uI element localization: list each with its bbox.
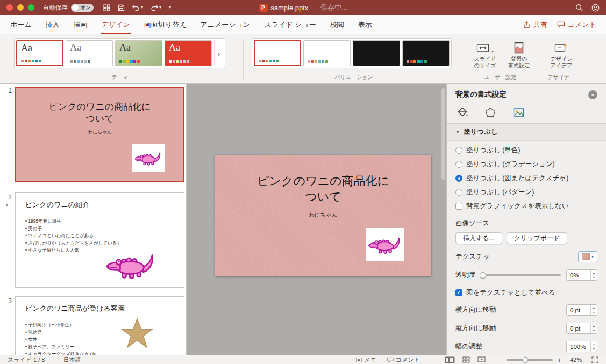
variant-thumbnail-3[interactable] — [353, 40, 400, 66]
comments-toggle-button[interactable]: コメント — [387, 356, 420, 364]
slide-3-thumbnail[interactable]: ピンクのワニ商品が受ける客層 子供向け（〜小学生） 乳幼児 女性 親子ペア、ファ… — [15, 296, 184, 355]
fullscreen-window-button[interactable] — [28, 4, 34, 11]
variant-thumbnail-4[interactable] — [402, 40, 450, 66]
tab-view[interactable]: 表示 — [351, 15, 379, 34]
theme-thumbnail-2[interactable]: Aa — [66, 40, 113, 66]
hide-background-graphics-checkbox[interactable]: 背景グラフィックスを表示しない — [455, 202, 597, 211]
spinner-down-icon[interactable]: ▼ — [591, 275, 597, 281]
insert-picture-button[interactable]: 挿入する... — [455, 232, 502, 244]
app-grid-icon[interactable] — [103, 4, 110, 11]
slideshow-view-button[interactable] — [477, 356, 486, 363]
chevron-down-icon[interactable]: ▾ — [159, 5, 161, 10]
fill-option-solid[interactable]: 塗りつぶし (単色) — [455, 146, 597, 155]
variant-palette — [308, 60, 328, 63]
chevron-down-icon[interactable]: ▾ — [141, 5, 143, 10]
clipboard-button[interactable]: クリップボード — [507, 232, 568, 244]
search-icon[interactable] — [575, 4, 583, 11]
tab-animations[interactable]: アニメーション — [193, 15, 257, 34]
slide-2-thumbnail[interactable]: ピンクのワニの紹介 1995年春に誕生 男の子 ツチノコといわれたことがある さ… — [15, 192, 184, 288]
more-themes-button[interactable]: › — [214, 40, 223, 66]
slide-3-bullets: 子供向け（〜小学生） 乳幼児 女性 親子ペア、ファミリー キャラクターグッズ好き… — [25, 322, 96, 355]
normal-view-button[interactable] — [445, 356, 455, 363]
picture-tab-icon[interactable] — [512, 106, 525, 118]
tab-review[interactable]: 校閲 — [323, 15, 351, 34]
zoom-in-button[interactable]: + — [557, 356, 561, 364]
crocodile-image[interactable] — [366, 228, 404, 261]
slide-size-button[interactable]: ▾ スライドのサイズ — [469, 41, 501, 69]
notes-label: メモ — [364, 356, 376, 364]
fill-tab-icon[interactable] — [457, 106, 468, 118]
fill-option-pattern[interactable]: 塗りつぶし (パターン) — [455, 188, 597, 197]
comment-icon — [557, 20, 565, 28]
save-icon[interactable] — [118, 4, 125, 11]
theme-thumbnail-current[interactable]: Aa — [16, 40, 63, 66]
account-icon[interactable] — [591, 4, 600, 12]
current-slide[interactable]: ピンクのワニの商品化に ついて わにちゃん — [215, 155, 431, 276]
theme-thumbnail-4[interactable]: Aa — [165, 40, 212, 66]
transparency-slider[interactable] — [481, 274, 561, 276]
zoom-slider[interactable] — [507, 359, 553, 361]
slide-subtitle-textbox[interactable]: わにちゃん — [215, 211, 431, 219]
tab-design[interactable]: デザイン — [95, 15, 137, 34]
tab-insert[interactable]: 挿入 — [39, 15, 67, 34]
spinner-down-icon[interactable]: ▼ — [591, 329, 597, 334]
fill-option-label: 塗りつぶし (パターン) — [466, 188, 534, 197]
spinner-up-icon[interactable]: ▲ — [591, 270, 597, 275]
scrollbar-thumb[interactable] — [441, 88, 445, 180]
tab-transitions[interactable]: 画面切り替え — [137, 15, 194, 34]
slide-sorter-view-button[interactable] — [462, 356, 470, 363]
slide-title-textbox[interactable]: ピンクのワニの商品化に ついて — [215, 173, 431, 204]
tile-picture-checkbox[interactable]: ✓ 図をテクスチャとして並べる — [455, 288, 597, 297]
slide-canvas[interactable]: ピンクのワニの商品化に ついて わにちゃん — [187, 84, 446, 355]
spinner-up-icon[interactable]: ▲ — [591, 305, 597, 310]
minimize-window-button[interactable] — [17, 4, 24, 11]
theme-thumbnail-3[interactable]: Aa — [115, 40, 162, 66]
format-background-label: 背景の書式設定 — [508, 56, 530, 69]
variant-thumbnail-2[interactable] — [303, 40, 351, 66]
format-background-button[interactable]: 背景の書式設定 — [502, 41, 536, 69]
slider-knob[interactable] — [480, 272, 486, 279]
canvas-scrollbar[interactable] — [441, 85, 446, 354]
fit-slide-to-window-button[interactable] — [591, 356, 598, 363]
fill-option-label: 塗りつぶし (グラデーション) — [466, 160, 555, 169]
customize-toolbar-chevron-icon[interactable]: ▾ — [169, 5, 171, 10]
autosave-toggle[interactable]: オン — [71, 4, 94, 12]
fill-option-picture-texture[interactable]: 塗りつぶし (図またはテクスチャ) — [455, 174, 597, 183]
tab-draw[interactable]: 描画 — [67, 15, 95, 34]
language-indicator[interactable]: 日本語 — [63, 356, 81, 364]
redo-button[interactable]: ▾ — [151, 4, 161, 11]
comments-button[interactable]: コメント — [557, 20, 596, 30]
close-panel-button[interactable]: ✕ — [588, 90, 597, 99]
group-label-themes: テーマ — [112, 74, 128, 81]
offset-x-spinner[interactable]: 0 pt ▲▼ — [566, 304, 597, 316]
zoom-out-button[interactable]: − — [498, 356, 503, 364]
design-ideas-button[interactable]: デザインアイデア — [542, 41, 581, 69]
notes-button[interactable]: メモ — [356, 356, 376, 364]
offset-x-value: 0 pt — [567, 305, 590, 315]
texture-dropdown[interactable]: ▾ — [578, 251, 597, 262]
effects-tab-icon[interactable] — [484, 106, 496, 118]
slide-1-thumbnail[interactable]: ピンクのワニの商品化に ついて わにちゃん — [15, 87, 184, 182]
zoom-percentage[interactable]: 42% — [570, 356, 582, 363]
spinner-down-icon[interactable]: ▼ — [591, 310, 597, 316]
transparency-spinner[interactable]: 0% ▲▼ — [566, 269, 597, 281]
fill-option-gradient[interactable]: 塗りつぶし (グラデーション) — [455, 160, 597, 169]
fill-section-header[interactable]: ▼ 塗りつぶし — [447, 124, 606, 141]
share-button[interactable]: 共有 — [523, 20, 547, 30]
slide-3-number: 3 — [3, 297, 12, 305]
image-source-label: 画像ソース — [455, 219, 597, 228]
spinner-up-icon[interactable]: ▲ — [591, 323, 597, 329]
close-window-button[interactable] — [6, 4, 13, 11]
scale-width-spinner[interactable]: 100% ▲▼ — [566, 341, 597, 352]
variant-palette — [407, 60, 427, 63]
offset-y-spinner[interactable]: 0 pt ▲▼ — [566, 323, 597, 334]
zoom-slider-knob[interactable] — [522, 357, 528, 363]
toggle-knob — [72, 4, 79, 11]
tab-home[interactable]: ホーム — [3, 15, 39, 34]
tab-slideshow[interactable]: スライド ショー — [257, 15, 323, 34]
spinner-down-icon[interactable]: ▼ — [591, 347, 597, 352]
variant-thumbnail-1[interactable] — [254, 40, 301, 66]
spinner-up-icon[interactable]: ▲ — [591, 341, 597, 347]
undo-button[interactable]: ▾ — [132, 4, 143, 11]
design-ideas-label: デザインアイデア — [551, 56, 573, 69]
